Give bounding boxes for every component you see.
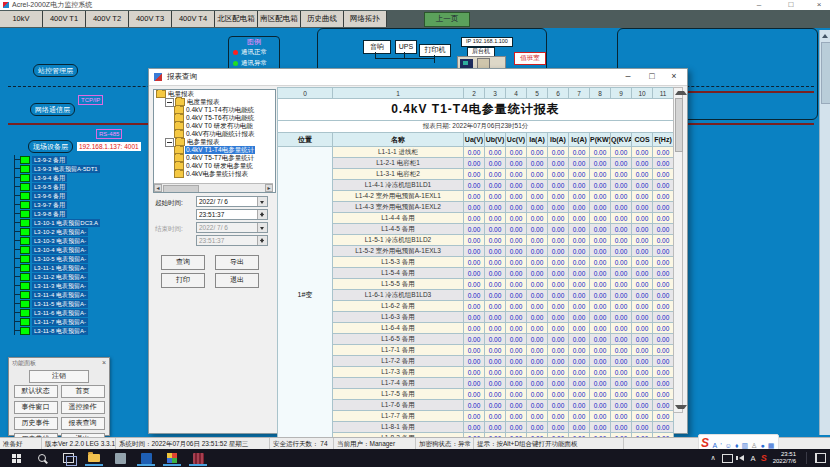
- ime-tool-icon[interactable]: ’: [720, 442, 722, 449]
- app-gray-taskbar-button[interactable]: [108, 450, 132, 466]
- scroll-up-icon[interactable]: [822, 34, 828, 38]
- dialog-maximize-button[interactable]: □: [641, 69, 663, 85]
- tab-2[interactable]: 400V T1: [43, 11, 86, 27]
- scroll-left-icon[interactable]: ◄: [154, 184, 162, 192]
- panel-button-报表查询[interactable]: 报表查询: [61, 417, 105, 430]
- device-list-item[interactable]: L3-9-4 备用: [15, 173, 100, 182]
- device-list-item[interactable]: L3-11-6 电表预留A-: [15, 308, 100, 317]
- panel-button-事件窗口[interactable]: 事件窗口: [14, 401, 58, 414]
- query-button[interactable]: 查询: [161, 255, 205, 270]
- network-icon[interactable]: [722, 454, 733, 463]
- notifications-icon[interactable]: [815, 453, 826, 463]
- main-vertical-scrollbar[interactable]: [819, 30, 830, 435]
- start-taskbar-button[interactable]: [4, 450, 28, 466]
- tree-node[interactable]: 0.4kV T0 研发有功电能: [154, 122, 275, 130]
- logout-button[interactable]: 注销: [29, 370, 89, 383]
- device-list-item[interactable]: L3-11-2 电表预留A-: [15, 272, 100, 281]
- tree-node[interactable]: 0.4kV T5-T6有功电能统: [154, 114, 275, 122]
- function-panel-close-icon[interactable]: ×: [102, 358, 106, 368]
- tab-8[interactable]: 历史曲线: [301, 11, 344, 27]
- tree-node[interactable]: 0.4kV T5-T7电参量统计: [154, 154, 275, 162]
- tray-chevron-icon[interactable]: ∧: [710, 454, 715, 462]
- panel-button-默认状态[interactable]: 默认状态: [14, 385, 58, 398]
- device-list-item[interactable]: L3-10-5 电表预留A-: [15, 254, 100, 263]
- taskbar-clock[interactable]: 23:51 2022/7/6: [773, 451, 796, 465]
- tree-node[interactable]: 0.4kV T0 研发电参量统: [154, 162, 275, 170]
- scroll-right-icon[interactable]: ►: [265, 184, 273, 192]
- device-list-item[interactable]: L3-11-5 电表预留A-: [15, 299, 100, 308]
- tree-node[interactable]: 0.4kV T1-T4电参量统计: [154, 146, 275, 154]
- ime-tool-icon[interactable]: ♙: [751, 442, 757, 449]
- scroll-up-icon[interactable]: [675, 91, 687, 95]
- device-list-item[interactable]: L3-11-1 电表预留A-: [15, 263, 100, 272]
- ime-tool-icon[interactable]: ♦: [735, 442, 739, 449]
- start-date-combobox[interactable]: 2022/ 7/ 6: [196, 196, 268, 207]
- tree-node[interactable]: 电度量报表: [154, 98, 275, 106]
- dialog-minimize-button[interactable]: –: [617, 69, 639, 85]
- tree-scroll-thumb[interactable]: [163, 185, 199, 193]
- ime-tool-icon[interactable]: ●: [760, 442, 764, 449]
- device-list-item[interactable]: L3-10-1 电表预留DC3.A: [15, 218, 100, 227]
- spinner-icons[interactable]: [257, 210, 267, 219]
- app-grid-taskbar-button[interactable]: [160, 450, 184, 466]
- ime-tool-icon[interactable]: ▥: [741, 442, 748, 449]
- tab-6[interactable]: 北区配电箱: [215, 11, 258, 27]
- dialog-close-button[interactable]: ×: [663, 69, 685, 85]
- device-list-item[interactable]: L3-10-2 电表预留A-: [15, 227, 100, 236]
- device-list-item[interactable]: L3-11-7 电表预留A-: [15, 317, 100, 326]
- export-button[interactable]: 导出: [215, 255, 259, 270]
- tab-5[interactable]: 400V T4: [172, 11, 215, 27]
- panel-button-首页[interactable]: 首页: [61, 385, 105, 398]
- dialog-titlebar[interactable]: 报表查询 – □ ×: [149, 69, 687, 86]
- window-close-button[interactable]: ×: [810, 0, 828, 10]
- device-list-item[interactable]: L3-10-4 电表预留A-: [15, 245, 100, 254]
- window-maximize-button[interactable]: □: [782, 0, 800, 10]
- device-list-item[interactable]: L3-10-3 电表预留A-: [15, 236, 100, 245]
- device-list-item[interactable]: L3-9-3 电表预留A-5DT1: [15, 164, 100, 173]
- device-list-item[interactable]: L3-9-6 备用: [15, 191, 100, 200]
- sogou-tray-icon[interactable]: S: [761, 453, 767, 463]
- device-list-item[interactable]: L3-9-5 备用: [15, 182, 100, 191]
- device-list-item[interactable]: L3-11-3 电表预留A-: [15, 281, 100, 290]
- app-blue-taskbar-button[interactable]: [134, 450, 158, 466]
- device-list-item[interactable]: L3-9-7 备用: [15, 200, 100, 209]
- tree-node[interactable]: 0.4kV T1-T4有功电能统: [154, 106, 275, 114]
- device-list-item[interactable]: L3-11-4 电表预留A-: [15, 290, 100, 299]
- tree-horizontal-scrollbar[interactable]: ◄ ►: [154, 183, 273, 192]
- start-time-spinner[interactable]: 23:51:37: [196, 209, 268, 220]
- tree-node[interactable]: 电参量报表: [154, 138, 275, 146]
- previous-page-button[interactable]: 上一页: [424, 12, 470, 27]
- sogou-logo-icon[interactable]: S: [701, 436, 709, 450]
- ime-tool-icon[interactable]: ▦: [768, 442, 775, 449]
- value-cell: 0.00: [653, 323, 674, 334]
- tree-node[interactable]: 0.4kV电参量统计报表: [154, 170, 275, 178]
- scroll-down-icon[interactable]: [675, 405, 687, 409]
- chevron-down-icon[interactable]: [257, 197, 267, 206]
- window-minimize-button[interactable]: –: [750, 0, 768, 10]
- tab-3[interactable]: 400V T2: [86, 11, 129, 27]
- panel-button-遥控操作[interactable]: 遥控操作: [61, 401, 105, 414]
- collapse-icon[interactable]: [165, 98, 174, 107]
- device-list-item[interactable]: L3-9-2 备用: [15, 155, 100, 164]
- volume-icon[interactable]: [739, 455, 744, 461]
- search-taskbar-button[interactable]: [30, 450, 54, 466]
- ime-indicator[interactable]: A: [751, 454, 756, 463]
- device-list-item[interactable]: L3-11-8 电表预留A-: [15, 326, 100, 335]
- report-scroll-thumb[interactable]: [675, 98, 683, 152]
- scroll-thumb[interactable]: [821, 42, 830, 104]
- tab-7[interactable]: 南区配电箱: [258, 11, 301, 27]
- tab-1[interactable]: 10kV: [0, 11, 43, 27]
- collapse-icon[interactable]: [165, 138, 174, 147]
- ime-tool-icon[interactable]: ☺: [725, 442, 732, 449]
- file-explorer-taskbar-button[interactable]: [82, 450, 106, 466]
- tab-4[interactable]: 400V T3: [129, 11, 172, 27]
- print-button[interactable]: 打印: [161, 273, 205, 288]
- app-red-taskbar-button[interactable]: [186, 450, 210, 466]
- report-vertical-scrollbar[interactable]: [673, 87, 683, 413]
- task-view-taskbar-button[interactable]: [56, 450, 80, 466]
- exit-button[interactable]: 退出: [215, 273, 259, 288]
- device-list-item[interactable]: L3-9-8 备用: [15, 209, 100, 218]
- ime-tool-icon[interactable]: A: [713, 442, 718, 449]
- panel-button-历史事件[interactable]: 历史事件: [14, 417, 58, 430]
- tab-9[interactable]: 网络拓扑: [344, 11, 387, 27]
